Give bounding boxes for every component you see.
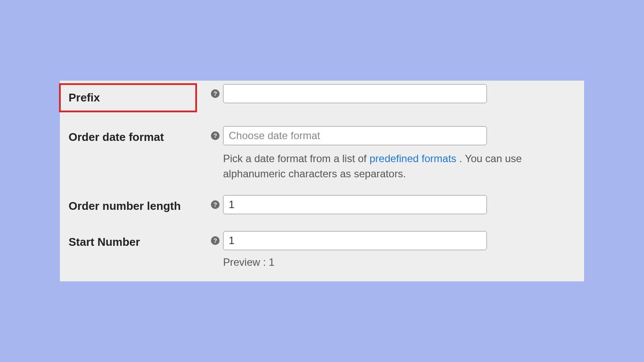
start-number-row: Start Number ? Preview : 1 <box>60 231 558 268</box>
prefix-row: Prefix ? <box>60 84 558 112</box>
prefix-input[interactable] <box>223 84 487 103</box>
order-number-length-input-col <box>223 195 558 214</box>
help-text-before: Pick a date format from a list of <box>223 153 369 164</box>
order-date-format-row: Order date format ? Pick a date format f… <box>60 126 558 182</box>
order-date-format-help-text: Pick a date format from a list of predef… <box>223 151 562 182</box>
prefix-label: Prefix <box>69 91 100 104</box>
prefix-label-col: Prefix <box>60 84 207 112</box>
start-number-help-col: ? <box>207 231 223 245</box>
help-icon[interactable]: ? <box>211 200 220 209</box>
order-number-length-label: Order number length <box>69 199 181 212</box>
prefix-input-col <box>223 84 558 103</box>
order-date-format-input-col: Pick a date format from a list of predef… <box>223 126 562 182</box>
order-date-format-label: Order date format <box>69 130 164 143</box>
order-date-format-input[interactable] <box>223 126 487 145</box>
predefined-formats-link[interactable]: predefined formats <box>369 153 456 164</box>
order-number-length-help-col: ? <box>207 195 223 209</box>
start-number-label: Start Number <box>69 235 140 248</box>
help-icon[interactable]: ? <box>211 131 220 140</box>
prefix-highlight: Prefix <box>59 83 197 112</box>
start-number-preview: Preview : 1 <box>223 256 558 268</box>
order-number-length-label-col: Order number length <box>60 195 207 217</box>
start-number-label-col: Start Number <box>60 231 207 253</box>
order-number-length-input[interactable] <box>223 195 487 214</box>
start-number-input-col: Preview : 1 <box>223 231 558 268</box>
order-date-format-label-col: Order date format <box>60 126 207 148</box>
order-number-length-row: Order number length ? <box>60 195 558 217</box>
help-icon[interactable]: ? <box>211 89 220 98</box>
prefix-help-col: ? <box>207 84 223 98</box>
order-date-format-help-col: ? <box>207 126 223 140</box>
settings-panel: Prefix ? Order date format ? Pick a date… <box>60 81 584 282</box>
start-number-input[interactable] <box>223 231 487 250</box>
help-icon[interactable]: ? <box>211 236 220 245</box>
